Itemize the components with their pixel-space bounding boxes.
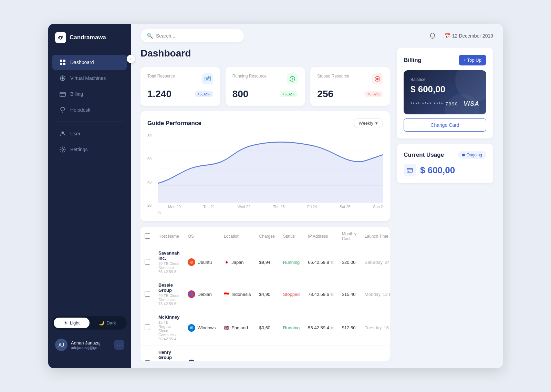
os-cell-0: ⊙ Ubuntu — [188, 258, 216, 266]
status-0: Running — [279, 246, 304, 278]
select-all-checkbox[interactable] — [145, 233, 150, 239]
row-checkbox-1[interactable] — [145, 291, 150, 297]
change-card-button[interactable]: Change Card — [404, 118, 486, 132]
monthly-3: $24,87 — [338, 345, 361, 362]
copy-icon-0[interactable]: ⧉ — [331, 260, 334, 265]
total-resource-label: Total Resource — [147, 73, 175, 79]
sidebar-item-dashboard[interactable]: Dashboard — [52, 55, 127, 70]
col-hostname: Host Name — [154, 227, 184, 246]
theme-toggle: ☀ Light 🌙 Dark — [52, 316, 127, 330]
usage-title: Current Usage — [404, 152, 444, 158]
avatar: AJ — [55, 339, 67, 351]
logo-icon — [55, 32, 66, 43]
svg-rect-2 — [60, 63, 62, 65]
sidebar-item-billing[interactable]: Billing — [52, 86, 127, 102]
os-label-3: Fedora — [197, 361, 211, 362]
svg-point-15 — [62, 149, 64, 151]
ip-3: 96.42.59.2 — [308, 361, 329, 362]
total-resource-icon — [202, 73, 213, 84]
current-usage-section: Current Usage Ongoing — [397, 144, 493, 183]
topup-button[interactable]: + Top Up — [459, 55, 486, 65]
table-row: Savannah Inc. 20 TB Cloud Compute - 66.4… — [141, 246, 390, 278]
sidebar-item-settings[interactable]: Settings — [52, 142, 127, 157]
calendar-icon: 📅 — [444, 33, 450, 39]
table-row: Bessie Group 40 TB Cloud Compute - 78.42… — [141, 278, 390, 310]
sidebar-collapse-btn[interactable]: ‹ — [127, 55, 135, 63]
hostname-sub-1: 40 TB Cloud Compute - 78.42.59.6 — [158, 293, 179, 306]
sidebar-item-user[interactable]: User — [52, 126, 127, 141]
running-resource-label: Running Resource — [232, 73, 267, 79]
sidebar-item-dashboard-label: Dashboard — [70, 60, 94, 65]
ongoing-dot — [462, 154, 465, 156]
monthly-2: $12,50 — [338, 310, 361, 345]
stat-card-total: Total Resource 1.240 — [141, 67, 220, 106]
stat-card-running: Running Resource 800 +6,32% — [226, 67, 305, 106]
running-resource-icon — [287, 73, 298, 84]
charges-3: $1,80 — [255, 345, 279, 362]
os-label-2: Windows — [197, 325, 216, 330]
row-checkbox-2[interactable] — [145, 324, 150, 330]
theme-light-btn[interactable]: ☀ Light — [54, 318, 90, 328]
launch-0: Saturday, 24 Desember 2022 — [361, 246, 390, 278]
row-checkbox-0[interactable] — [145, 259, 150, 265]
main-content: 🔍 📅 12 December 2019 Dashb — [131, 24, 503, 368]
sidebar-item-helpdesk[interactable]: Helpdesk — [52, 102, 127, 117]
hosts-table: Host Name OS Location Charges Status IP … — [141, 227, 390, 361]
hostname-2: McKinney — [158, 314, 179, 320]
col-os: OS — [184, 227, 220, 246]
copy-icon-1[interactable]: ⧉ — [331, 292, 334, 297]
copy-icon-3[interactable]: ⧉ — [331, 361, 334, 361]
svg-rect-25 — [408, 171, 409, 172]
user-info: Adnan Januzaj adnjanuzaj@gm... — [71, 340, 111, 350]
svg-rect-10 — [60, 92, 65, 96]
search-input[interactable] — [156, 33, 238, 39]
stopped-resource-badge: +6,32% — [364, 91, 383, 97]
col-charges: Charges — [255, 227, 279, 246]
sun-icon: ☀ — [64, 320, 68, 326]
svg-point-5 — [62, 77, 64, 79]
location-label-2: England — [231, 325, 248, 330]
user-menu-btn[interactable]: ⋯ — [114, 340, 124, 350]
ip-1: 78.42.59.6 — [308, 292, 329, 297]
ongoing-label: Ongoing — [467, 153, 482, 157]
app-name: Candramawa — [70, 34, 106, 41]
location-cell-2: 🇬🇧 England — [224, 325, 251, 330]
total-resource-badge: +6,32% — [195, 91, 213, 97]
status-3: Running — [279, 345, 304, 362]
chart-y-labels: 80 60 40 20 — [147, 134, 152, 207]
virtual-machines-icon — [59, 75, 66, 82]
stat-card-stopped: Stoped Resource 256 +6,32% — [310, 67, 390, 106]
sidebar-item-billing-label: Billing — [70, 91, 83, 97]
header: 🔍 📅 12 December 2019 — [131, 24, 503, 48]
os-icon-2: ⊞ — [188, 324, 195, 332]
col-monthly: Monthly Cost — [338, 227, 361, 246]
sidebar-item-user-label: User — [70, 131, 81, 136]
svg-rect-0 — [60, 60, 62, 62]
period-selector[interactable]: Weekly ▾ — [354, 118, 383, 128]
stopped-resource-label: Stoped Resource — [317, 73, 349, 79]
flag-2: 🇬🇧 — [224, 325, 229, 330]
user-profile[interactable]: AJ Adnan Januzaj adnjanuzaj@gm... ⋯ — [52, 335, 127, 354]
hostname-3: Henry Group — [158, 350, 179, 360]
ip-cell-2: 56.42.59.4 ⧉ — [308, 325, 333, 330]
sidebar-logo: Candramawa — [48, 32, 131, 51]
ip-cell-1: 78.42.59.6 ⧉ — [308, 292, 333, 297]
dashboard-icon — [59, 59, 66, 66]
monthly-1: $15,40 — [338, 278, 361, 310]
status-1: Stopped — [279, 278, 304, 310]
percent-label: % — [158, 210, 383, 214]
sidebar-item-helpdesk-label: Helpdesk — [70, 107, 90, 113]
header-right: 📅 12 December 2019 — [426, 30, 493, 42]
location-label-1: Indonesia — [231, 292, 251, 297]
copy-icon-2[interactable]: ⧉ — [331, 326, 334, 330]
billing-title: Billing — [404, 57, 422, 64]
os-icon-1: 🌀 — [188, 290, 195, 298]
theme-dark-btn[interactable]: 🌙 Dark — [90, 318, 125, 328]
notification-btn[interactable] — [426, 30, 439, 42]
os-label-0: Ubuntu — [197, 260, 212, 265]
row-checkbox-3[interactable] — [145, 360, 150, 362]
dashboard-right: Billing + Top Up Balance $ 600,00 **** *… — [397, 48, 493, 361]
stat-cards: Total Resource 1.240 — [141, 67, 390, 106]
sidebar-item-virtual-machines[interactable]: Virtual Machines — [52, 71, 127, 86]
sidebar: Candramawa ‹ Dashboard — [48, 24, 131, 368]
